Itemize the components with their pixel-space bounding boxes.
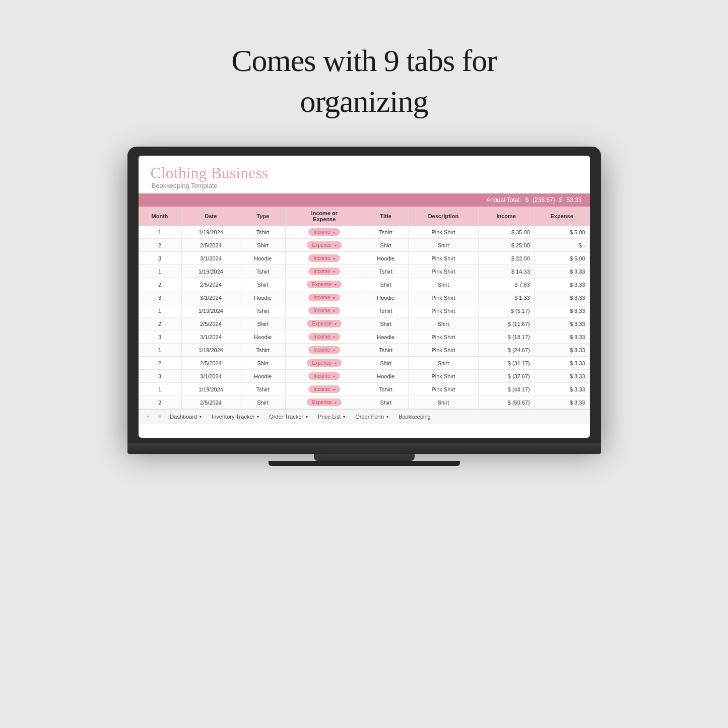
table-header-row: Month Date Type Income orExpense Title D… xyxy=(139,207,590,226)
cell-ioe[interactable]: Income ▾ xyxy=(286,383,363,396)
cell-desc: Pink Shirt xyxy=(409,304,478,317)
cell-title: Hoodie xyxy=(363,370,409,383)
cell-income: $ 35.00 xyxy=(478,226,534,239)
cell-income: $ 7.83 xyxy=(478,278,534,291)
laptop-foot xyxy=(269,461,460,466)
cell-date: 2/5/2024 xyxy=(181,317,240,330)
table-row: 1 1/19/2024 Tshirt Income ▾ Tshirt Pink … xyxy=(139,265,590,278)
cell-month: 1 xyxy=(139,265,182,278)
col-expense: Expense xyxy=(534,207,589,226)
col-income: Income xyxy=(478,207,534,226)
cell-month: 2 xyxy=(139,239,182,252)
cell-ioe[interactable]: Expense ▾ xyxy=(286,317,363,330)
cell-type: Shirt xyxy=(240,317,286,330)
cell-month: 1 xyxy=(139,304,182,317)
cell-ioe[interactable]: Income ▾ xyxy=(286,370,363,383)
cell-type: Tshirt xyxy=(240,265,286,278)
tab-add-button[interactable]: + xyxy=(143,412,154,422)
cell-title: Tshirt xyxy=(363,344,409,357)
cell-expense: $ 3.33 xyxy=(534,304,589,317)
annual-dollar1: $ xyxy=(525,196,528,204)
cell-date: 1/19/2024 xyxy=(181,344,240,357)
cell-date: 2/5/2024 xyxy=(181,357,240,370)
cell-desc: Pink Shirt xyxy=(409,383,478,396)
cell-month: 3 xyxy=(139,252,182,265)
cell-expense: $ 3.33 xyxy=(534,330,589,344)
tab-order-form[interactable]: Order Form ▾ xyxy=(350,412,393,422)
table-row: 2 2/5/2024 Shirt Expense ▾ Shirt Shirt $… xyxy=(139,239,590,252)
cell-type: Shirt xyxy=(240,278,286,291)
col-month: Month xyxy=(139,207,182,226)
cell-date: 2/5/2024 xyxy=(181,278,240,291)
tab-bookkeeping[interactable]: Bookkeeping xyxy=(393,412,436,422)
cell-date: 1/19/2024 xyxy=(181,383,240,396)
cell-title: Shirt xyxy=(363,239,409,252)
cell-date: 1/19/2024 xyxy=(181,265,240,278)
cell-month: 1 xyxy=(139,344,182,357)
tab-inventory-tracker[interactable]: Inventory Tracker ▾ xyxy=(207,412,264,422)
cell-ioe[interactable]: Income ▾ xyxy=(286,252,363,265)
table-row: 1 1/19/2024 Tshirt Income ▾ Tshirt Pink … xyxy=(139,344,590,357)
tab-price-list[interactable]: Price List ▾ xyxy=(313,412,350,422)
cell-type: Hoodie xyxy=(240,330,286,344)
cell-expense: $ 3.33 xyxy=(534,291,589,304)
cell-expense: $ 3.33 xyxy=(534,265,589,278)
laptop-screen: Clothing Business Bookkeeping Template A… xyxy=(139,156,590,438)
cell-date: 1/19/2024 xyxy=(181,226,240,239)
cell-ioe[interactable]: Income ▾ xyxy=(286,304,363,317)
table-row: 1 1/19/2024 Tshirt Income ▾ Tshirt Pink … xyxy=(139,226,590,239)
cell-ioe[interactable]: Expense ▾ xyxy=(286,278,363,291)
tab-dashboard[interactable]: Dashboard ▾ xyxy=(165,412,207,422)
col-title: Title xyxy=(363,207,409,226)
laptop-base xyxy=(127,443,601,454)
cell-ioe[interactable]: Income ▾ xyxy=(286,291,363,304)
cell-income: $ (5.17) xyxy=(478,304,534,317)
cell-title: Hoodie xyxy=(363,330,409,344)
cell-type: Hoodie xyxy=(240,370,286,383)
cell-desc: Shirt xyxy=(409,239,478,252)
cell-ioe[interactable]: Income ▾ xyxy=(286,344,363,357)
cell-title: Tshirt xyxy=(363,383,409,396)
cell-income: $ (24.67) xyxy=(478,344,534,357)
cell-title: Shirt xyxy=(363,317,409,330)
annual-pos: 53.33 xyxy=(566,196,581,204)
cell-desc: Shirt xyxy=(409,278,478,291)
cell-type: Shirt xyxy=(240,239,286,252)
laptop-body: Clothing Business Bookkeeping Template A… xyxy=(127,147,601,443)
cell-desc: Pink Shirt xyxy=(409,265,478,278)
cell-type: Tshirt xyxy=(240,383,286,396)
col-desc: Description xyxy=(409,207,478,226)
cell-ioe[interactable]: Expense ▾ xyxy=(286,357,363,370)
cell-income: $ 22.00 xyxy=(478,252,534,265)
hero-text: Comes with 9 tabs for organizing xyxy=(231,40,497,121)
sheet-title-sub: Bookkeeping Template xyxy=(152,182,578,189)
cell-ioe[interactable]: Income ▾ xyxy=(286,265,363,278)
table-row: 1 1/19/2024 Tshirt Income ▾ Tshirt Pink … xyxy=(139,304,590,317)
cell-type: Hoodie xyxy=(240,252,286,265)
table-row: 3 3/1/2024 Hoodie Income ▾ Hoodie Pink S… xyxy=(139,252,590,265)
cell-title: Shirt xyxy=(363,396,409,409)
cell-type: Shirt xyxy=(240,396,286,409)
cell-desc: Shirt xyxy=(409,317,478,330)
table-row: 3 3/1/2024 Hoodie Income ▾ Hoodie Pink S… xyxy=(139,370,590,383)
tab-menu-button[interactable]: ≡ xyxy=(154,412,165,422)
cell-ioe[interactable]: Expense ▾ xyxy=(286,396,363,409)
cell-expense: $ 3.33 xyxy=(534,370,589,383)
cell-expense: $ 3.33 xyxy=(534,396,589,409)
table-row: 2 2/5/2024 Shirt Expense ▾ Shirt Shirt $… xyxy=(139,396,590,409)
cell-expense: $ 3.33 xyxy=(534,383,589,396)
cell-income: $ (18.17) xyxy=(478,330,534,344)
cell-month: 1 xyxy=(139,226,182,239)
cell-month: 2 xyxy=(139,357,182,370)
cell-income: $ 1.33 xyxy=(478,291,534,304)
cell-ioe[interactable]: Income ▾ xyxy=(286,226,363,239)
cell-month: 3 xyxy=(139,291,182,304)
cell-title: Hoodie xyxy=(363,291,409,304)
cell-ioe[interactable]: Expense ▾ xyxy=(286,239,363,252)
tab-order-tracker[interactable]: Order Tracker ▾ xyxy=(264,412,313,422)
annual-bar: Annual Total: $ (238.67) $ 53.33 xyxy=(139,193,590,207)
cell-income: $ (50.67) xyxy=(478,396,534,409)
cell-ioe[interactable]: Income ▾ xyxy=(286,330,363,344)
table-row: 2 2/5/2024 Shirt Expense ▾ Shirt Shirt $… xyxy=(139,278,590,291)
cell-month: 2 xyxy=(139,278,182,291)
